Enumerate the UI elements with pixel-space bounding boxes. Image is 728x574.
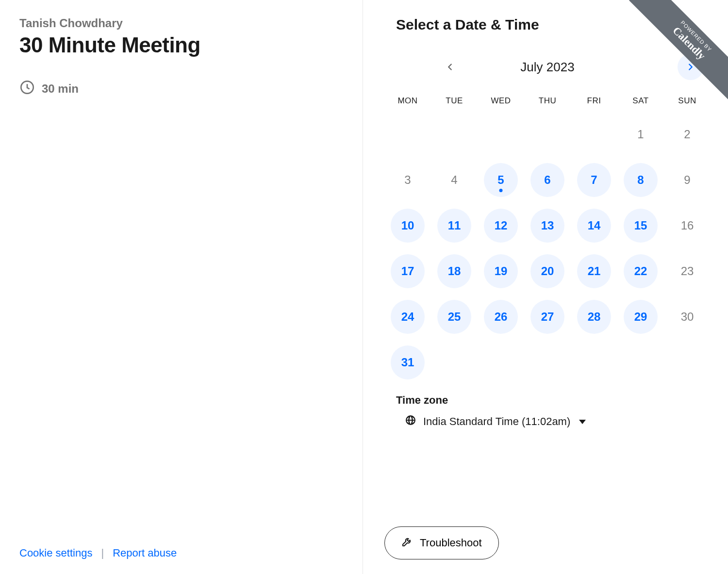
timezone-picker[interactable]: India Standard Time (11:02am) xyxy=(396,414,728,429)
day-13[interactable]: 13 xyxy=(530,209,564,243)
day-17[interactable]: 17 xyxy=(391,254,425,288)
dow-sat: SAT xyxy=(617,96,664,106)
troubleshoot-label: Troubleshoot xyxy=(420,537,482,549)
dow-sun: SUN xyxy=(664,96,711,106)
meeting-duration: 30 min xyxy=(19,80,343,98)
day-1: 1 xyxy=(624,117,658,151)
dow-thu: THU xyxy=(524,96,571,106)
day-15[interactable]: 15 xyxy=(624,209,658,243)
dow-tue: TUE xyxy=(431,96,478,106)
day-11[interactable]: 11 xyxy=(437,209,471,243)
day-4: 4 xyxy=(437,163,471,197)
day-5[interactable]: 5 xyxy=(484,163,518,197)
day-empty xyxy=(524,115,571,154)
day-2: 2 xyxy=(670,117,704,151)
caret-down-icon xyxy=(579,420,586,424)
day-31[interactable]: 31 xyxy=(391,345,425,379)
dow-fri: FRI xyxy=(571,96,617,106)
wrench-icon xyxy=(401,536,413,550)
report-abuse-link[interactable]: Report abuse xyxy=(113,547,177,559)
day-3: 3 xyxy=(391,163,425,197)
timezone-label: Time zone xyxy=(396,394,728,407)
dow-wed: WED xyxy=(478,96,524,106)
today-indicator xyxy=(499,189,503,192)
day-10[interactable]: 10 xyxy=(391,209,425,243)
day-19[interactable]: 19 xyxy=(484,254,518,288)
day-23: 23 xyxy=(670,254,704,288)
day-25[interactable]: 25 xyxy=(437,300,471,334)
host-name: Tanish Chowdhary xyxy=(19,16,343,30)
meeting-title: 30 Minute Meeting xyxy=(19,33,343,57)
day-24[interactable]: 24 xyxy=(391,300,425,334)
day-12[interactable]: 12 xyxy=(484,209,518,243)
day-9: 9 xyxy=(670,163,704,197)
cookie-settings-link[interactable]: Cookie settings xyxy=(19,547,92,559)
day-empty xyxy=(431,115,478,154)
footer-separator: | xyxy=(101,547,104,559)
day-of-week-header: MONTUEWEDTHUFRISATSUN xyxy=(384,96,711,106)
day-14[interactable]: 14 xyxy=(577,209,611,243)
day-empty xyxy=(478,115,524,154)
day-20[interactable]: 20 xyxy=(530,254,564,288)
prev-month-button[interactable] xyxy=(437,54,463,80)
days-grid: 1234567891011121314151617181920212223242… xyxy=(384,115,711,382)
day-16: 16 xyxy=(670,209,704,243)
day-empty xyxy=(384,115,431,154)
day-29[interactable]: 29 xyxy=(624,300,658,334)
day-empty xyxy=(571,115,617,154)
month-label: July 2023 xyxy=(520,60,574,75)
globe-icon xyxy=(405,414,416,429)
troubleshoot-button[interactable]: Troubleshoot xyxy=(384,526,499,559)
day-26[interactable]: 26 xyxy=(484,300,518,334)
calendar: July 2023 MONTUEWEDTHUFRISATSUN 12345678… xyxy=(384,52,711,382)
day-18[interactable]: 18 xyxy=(437,254,471,288)
clock-icon xyxy=(19,80,35,98)
day-22[interactable]: 22 xyxy=(624,254,658,288)
day-30: 30 xyxy=(670,300,704,334)
day-7[interactable]: 7 xyxy=(577,163,611,197)
day-6[interactable]: 6 xyxy=(530,163,564,197)
day-21[interactable]: 21 xyxy=(577,254,611,288)
day-8[interactable]: 8 xyxy=(624,163,658,197)
timezone-value: India Standard Time (11:02am) xyxy=(423,415,570,428)
duration-label: 30 min xyxy=(42,82,79,96)
day-27[interactable]: 27 xyxy=(530,300,564,334)
day-28[interactable]: 28 xyxy=(577,300,611,334)
dow-mon: MON xyxy=(384,96,431,106)
